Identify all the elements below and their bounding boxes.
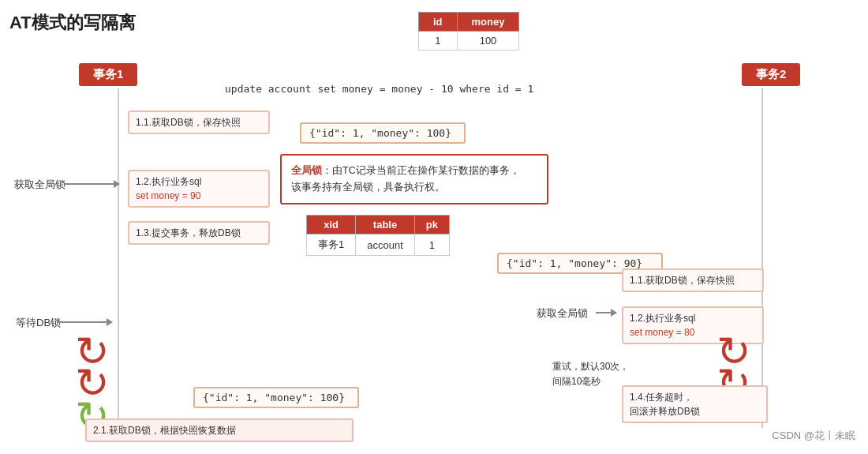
pk-value: 1 — [414, 235, 449, 256]
get-global-lock2-arrow — [596, 312, 615, 313]
step-1-2-line1: 1.2.执行业务sql — [136, 174, 262, 189]
money-value: 100 — [457, 32, 519, 51]
lock-info-bold: 全局锁 — [291, 164, 322, 176]
money-header: money — [457, 13, 519, 32]
main-page: AT模式的写隔离 id money 1 100 update account s… — [0, 0, 868, 454]
step-tx2-1-2-line1: 1.2.执行业务sql — [630, 311, 756, 325]
get-global-lock1-label: 获取全局锁 — [14, 178, 65, 192]
get-global-lock1-arrow — [65, 183, 118, 185]
tx1-box: 事务1 — [79, 63, 137, 86]
id-value: 1 — [419, 32, 458, 51]
step-1-3: 1.3.提交事务，释放DB锁 — [128, 221, 270, 245]
watermark: CSDN @花丨未眠 — [772, 429, 855, 443]
json-box-1: {"id": 1, "money": 100} — [300, 122, 466, 144]
lock-info-text: ：由TC记录当前正在操作某行数据的事务，该事务持有全局锁，具备执行权。 — [291, 165, 520, 193]
xid-value: 事务1 — [307, 235, 356, 256]
step-1-2: 1.2.执行业务sql set money = 90 — [128, 170, 270, 208]
step-tx2-1-1: 1.1.获取DB锁，保存快照 — [622, 268, 764, 292]
json-box-3: {"id": 1, "money": 100} — [193, 387, 359, 408]
tx2-timeline — [761, 88, 763, 428]
lock-info-box: 全局锁：由TC记录当前正在操作某行数据的事务，该事务持有全局锁，具备执行权。 — [280, 154, 548, 204]
tx1-timeline — [118, 88, 119, 428]
get-global-lock2-label: 获取全局锁 — [537, 306, 588, 321]
retry-text: 重试，默认30次， 间隔10毫秒 — [552, 359, 629, 389]
id-header: id — [419, 13, 458, 32]
step-2-1: 2.1.获取DB锁，根据快照恢复数据 — [85, 418, 354, 442]
pk-header: pk — [414, 216, 449, 235]
step-1-2-line2: set money = 90 — [136, 189, 262, 203]
table-header: table — [356, 216, 415, 235]
sql-text: update account set money = money - 10 wh… — [225, 83, 533, 95]
step-tx2-1-4: 1.4.任务超时， 回滚并释放DB锁 — [622, 385, 768, 423]
page-title: AT模式的写隔离 — [9, 11, 136, 35]
wait-db-lock-label: 等待DB锁 — [16, 316, 61, 330]
wait-db-lock-arrow — [57, 321, 111, 323]
db-table: id money 1 100 — [418, 12, 519, 51]
step-1-1: 1.1.获取DB锁，保存快照 — [128, 111, 270, 134]
table-value: account — [356, 235, 415, 256]
lock-table: xid table pk 事务1 account 1 — [306, 215, 450, 256]
xid-header: xid — [307, 216, 356, 235]
tx2-box: 事务2 — [742, 63, 800, 86]
